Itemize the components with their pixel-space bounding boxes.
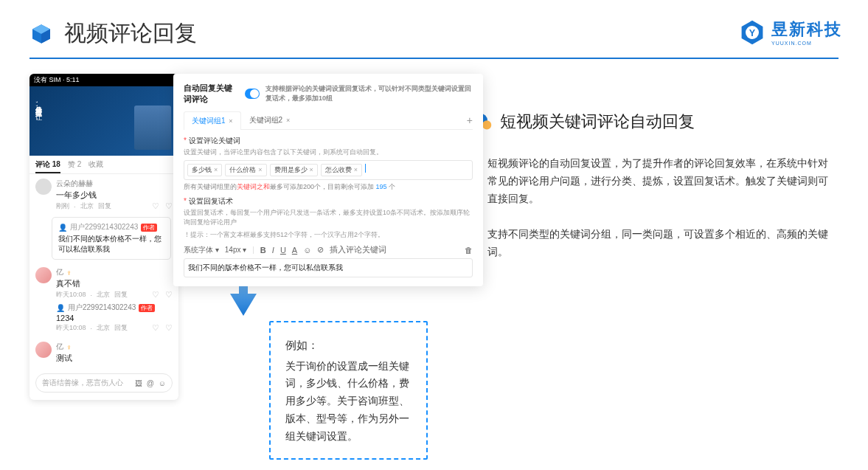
comment-text: 一年多少钱 [56, 190, 173, 201]
panel-desc: 支持根据评论的关键词设置回复话术，可以针对不同类型关键词设置回复话术，最多添加1… [265, 84, 473, 103]
reply-link[interactable]: 回复 [98, 201, 111, 211]
avatar [35, 342, 52, 358]
keyword-label: 设置评论关键词 [184, 136, 473, 146]
dislike-icon[interactable]: ♡ [165, 290, 173, 300]
close-icon[interactable]: × [286, 117, 290, 124]
dislike-icon[interactable]: ♡ [165, 201, 173, 211]
phone-status-bar: 没有 SIM · 5:11 [29, 74, 178, 86]
close-icon[interactable]: × [229, 117, 232, 125]
avatar [35, 179, 52, 195]
keyword-count-note: 所有关键词组里的关键词之和最多可添加200个，目前剩余可添加 195 个 [184, 182, 473, 192]
like-icon[interactable]: ♡ [152, 323, 159, 333]
tab-comments[interactable]: 评论 18 [35, 159, 60, 173]
user-icon: 👤 [58, 224, 67, 232]
settings-panel: 自动回复关键词评论 支持根据评论的关键词设置回复话术，可以针对不同类型关键词设置… [173, 74, 483, 286]
svg-point-3 [482, 120, 491, 129]
logo-subtext: YUUXIN.COM [771, 41, 842, 46]
comment-item: 亿 ♀ 测试 [29, 337, 178, 369]
at-icon[interactable]: @ [147, 379, 154, 387]
like-icon[interactable]: ♡ [152, 290, 159, 300]
author-badge: 作者 [141, 224, 157, 232]
user-icon: 👤 [56, 304, 65, 312]
logo-text: 昱新科技 [771, 18, 842, 41]
rich-text-toolbar: 系统字体 ▾ 14px ▾ | B I U A ☺ ⊘ 插入评论关键词 🗑 [184, 244, 473, 255]
bullet-item: ◆ 支持不同类型的关键词分组，同一类问题，可设置多个相近的、高频的关键词。 [472, 226, 839, 261]
bullet-item: ◆ 短视频评论的自动回复设置，为了提升作者的评论回复效率，在系统中针对常见的评论… [472, 155, 839, 207]
tab-fav[interactable]: 收藏 [88, 159, 103, 173]
comment-item: 亿 ♀ 真不错 昨天10:08 · 北京 回复 ♡♡ 👤用户2299214302… [29, 263, 178, 337]
phone-video-thumb: 身外化身倩, 有笑也有泪, 让 [29, 86, 178, 156]
avatar [35, 267, 52, 283]
like-icon[interactable]: ♡ [152, 201, 159, 211]
reply-textarea[interactable]: 我们不同的版本价格不一样，您可以私信联系我 [184, 258, 473, 277]
svg-text:Y: Y [749, 28, 756, 38]
section-title: 短视频关键词评论自动回复 [500, 111, 695, 133]
keyword-tag[interactable]: 什么价格× [225, 164, 266, 176]
phone-mockup: 没有 SIM · 5:11 身外化身倩, 有笑也有泪, 让 评论 18 赞 2 … [29, 74, 178, 400]
reply-limit-hint: ！提示：一个富文本框最多支持512个字符，一个汉字占用2个字符。 [184, 230, 473, 240]
bullet-text: 支持不同类型的关键词分组，同一类问题，可设置多个相近的、高频的关键词。 [487, 226, 831, 261]
example-title: 例如： [285, 336, 412, 355]
dislike-icon[interactable]: ♡ [165, 323, 173, 333]
size-select[interactable]: 14px ▾ [225, 246, 246, 254]
reply-hint: 设置回复话术，每回复一个用户评论只发送一条话术，最多支持设置10条不同话术。按添… [184, 208, 473, 227]
comment-input[interactable]: 善语结善缘，恶言伤人心 🖼 @ ☺ [35, 373, 173, 393]
delete-icon[interactable]: 🗑 [465, 246, 473, 255]
clear-button[interactable]: ⊘ [317, 245, 324, 255]
keyword-tag-input[interactable]: 多少钱× 什么价格× 费用是多少× 怎么收费× [184, 160, 473, 180]
example-box: 例如： 关于询价的设置成一组关键词，多少钱、什么价格，费用多少等。关于咨询班型、… [269, 321, 428, 460]
font-select[interactable]: 系统字体 ▾ [184, 245, 219, 255]
add-group-button[interactable]: + [467, 114, 473, 126]
keyword-group-tab-2[interactable]: 关键词组2 × [241, 111, 299, 129]
reply-label: 设置回复话术 [184, 196, 473, 207]
header-cube-icon [29, 22, 53, 46]
panel-title: 自动回复关键词评论 [184, 83, 239, 105]
image-icon[interactable]: 🖼 [135, 379, 142, 387]
underline-button[interactable]: U [280, 246, 286, 255]
bullet-text: 短视频评论的自动回复设置，为了提升作者的评论回复效率，在系统中针对常见的评论用户… [487, 155, 831, 207]
emoji-button[interactable]: ☺ [303, 246, 311, 255]
brand-logo: Y 昱新科技 YUUXIN.COM [739, 18, 842, 46]
reply-link[interactable]: 回复 [114, 323, 128, 333]
color-button[interactable]: A [292, 246, 297, 255]
keyword-hint: 设置关键词，当评论里内容包含了以下关键词，则系统可自动回复。 [184, 148, 473, 157]
page-title: 视频评论回复 [64, 18, 197, 49]
comment-username: 云朵的赫赫 [56, 179, 173, 189]
bold-button[interactable]: B [260, 246, 266, 255]
tab-likes[interactable]: 赞 2 [68, 159, 81, 173]
example-body: 关于询价的设置成一组关键词，多少钱、什么价格，费用多少等。关于咨询班型、版本、型… [285, 358, 412, 446]
author-reply: 👤用户2299214302243 作者 我们不同的版本价格不一样，您可以私信联系… [52, 217, 171, 260]
logo-icon: Y [739, 19, 765, 46]
italic-button[interactable]: I [272, 246, 274, 255]
keyword-tag[interactable]: 怎么收费× [321, 164, 362, 176]
insert-keyword-button[interactable]: 插入评论关键词 [330, 244, 386, 255]
auto-reply-toggle[interactable] [245, 89, 260, 99]
keyword-tag[interactable]: 费用是多少× [270, 164, 318, 176]
keyword-tag[interactable]: 多少钱× [187, 164, 222, 176]
comment-item: 云朵的赫赫 一年多少钱 刚刚 · 北京 回复 ♡ ♡ [29, 174, 178, 215]
emoji-icon[interactable]: ☺ [159, 379, 166, 387]
reply-link[interactable]: 回复 [114, 290, 128, 300]
keyword-group-tab-1[interactable]: 关键词组1 × [184, 111, 241, 130]
